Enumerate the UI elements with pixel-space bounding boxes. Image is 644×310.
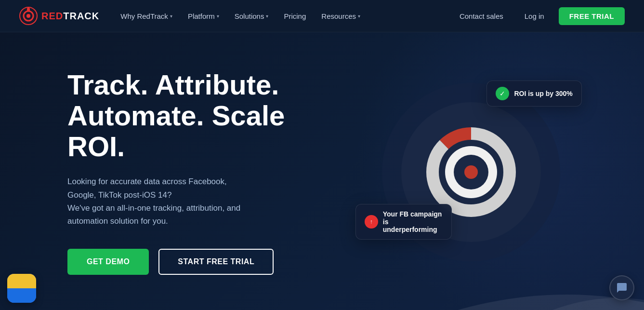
nav-item-solutions[interactable]: Solutions ▾ — [228, 8, 276, 24]
nav-item-why[interactable]: Why RedTrack ▾ — [114, 8, 179, 24]
start-free-trial-button[interactable]: START FREE TRIAL — [158, 249, 274, 275]
svg-point-9 — [464, 165, 478, 179]
hero-right: ✓ ROI is up by 300% ↑ Your FB campaign i… — [337, 61, 606, 283]
hero-title: Track. Attribute. Automate. Scale ROI. — [67, 69, 337, 162]
nav-item-resources[interactable]: Resources ▾ — [315, 8, 367, 24]
hero-subtitle: Looking for accurate data across Faceboo… — [67, 175, 308, 228]
svg-point-2 — [26, 14, 30, 18]
check-icon: ✓ — [496, 87, 509, 100]
nav-item-pricing[interactable]: Pricing — [277, 8, 313, 24]
svg-rect-3 — [27, 8, 30, 12]
roi-tooltip-text: ROI is up by 300% — [514, 90, 572, 97]
flag-widget[interactable] — [7, 274, 36, 303]
hero-section: Track. Attribute. Automate. Scale ROI. L… — [0, 32, 644, 310]
chevron-down-icon: ▾ — [358, 13, 360, 19]
nav-item-platform[interactable]: Platform ▾ — [181, 8, 226, 24]
flag-top — [7, 274, 36, 288]
roi-tooltip: ✓ ROI is up by 300% — [486, 81, 581, 107]
flag-bottom — [7, 288, 36, 303]
chevron-down-icon: ▾ — [266, 13, 268, 19]
chevron-down-icon: ▾ — [217, 13, 219, 19]
fb-tooltip: ↑ Your FB campaign is underperforming — [355, 204, 452, 240]
logo-text: REDTRACK — [41, 11, 99, 22]
login-link[interactable]: Log in — [518, 8, 551, 24]
navigation: REDTRACK Why RedTrack ▾ Platform ▾ Solut… — [0, 0, 644, 32]
nav-links: Why RedTrack ▾ Platform ▾ Solutions ▾ Pr… — [114, 8, 453, 24]
chevron-down-icon: ▾ — [170, 13, 172, 19]
nav-right: Contact sales Log in FREE TRIAL — [453, 7, 625, 25]
free-trial-button[interactable]: FREE TRIAL — [559, 7, 625, 25]
chat-icon — [616, 282, 628, 294]
chart-container: ✓ ROI is up by 300% ↑ Your FB campaign i… — [375, 76, 567, 269]
chat-button[interactable] — [609, 275, 634, 300]
logo-icon — [19, 7, 38, 25]
hero-left: Track. Attribute. Automate. Scale ROI. L… — [67, 69, 337, 275]
fb-tooltip-text: Your FB campaign is underperforming — [383, 210, 443, 233]
warning-icon: ↑ — [365, 215, 378, 229]
contact-sales-link[interactable]: Contact sales — [453, 8, 510, 24]
hero-buttons: GET DEMO START FREE TRIAL — [67, 249, 337, 275]
logo[interactable]: REDTRACK — [19, 7, 99, 25]
get-demo-button[interactable]: GET DEMO — [67, 249, 149, 275]
